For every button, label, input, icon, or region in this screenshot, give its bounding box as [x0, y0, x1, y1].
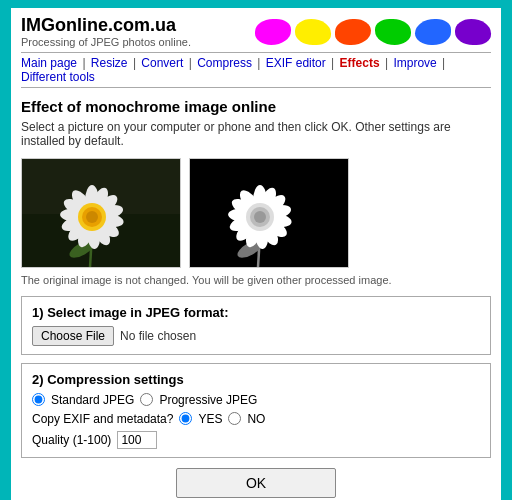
logo-area: IMGonline.com.ua Processing of JPEG phot…: [21, 16, 191, 48]
nav-improve[interactable]: Improve: [393, 56, 436, 70]
progressive-jpeg-radio[interactable]: [140, 393, 153, 406]
nav-sep-5: |: [331, 56, 334, 70]
file-row: Choose File No file chosen: [32, 326, 480, 346]
standard-jpeg-label: Standard JPEG: [51, 393, 134, 407]
svg-point-20: [86, 211, 98, 223]
logo-title: IMGonline.com.ua: [21, 16, 191, 36]
exif-copy-row: Copy EXIF and metadata? YES NO: [32, 412, 480, 426]
copy-exif-label: Copy EXIF and metadata?: [32, 412, 173, 426]
progressive-jpeg-label: Progressive JPEG: [159, 393, 257, 407]
mono-flower-svg: [190, 159, 349, 268]
section1-title: 1) Select image in JPEG format:: [32, 305, 480, 320]
svg-point-40: [254, 211, 266, 223]
blob-purple: [455, 19, 491, 45]
nav-compress[interactable]: Compress: [197, 56, 252, 70]
yes-label: YES: [198, 412, 222, 426]
description-text: Select a picture on your computer or pho…: [21, 120, 491, 148]
section-select-image: 1) Select image in JPEG format: Choose F…: [21, 296, 491, 355]
blob-yellow: [295, 19, 331, 45]
section2-title: 2) Compression settings: [32, 372, 480, 387]
ok-section: OK: [21, 468, 491, 498]
nav-bar: Main page | Resize | Convert | Compress …: [21, 52, 491, 88]
nav-different-tools[interactable]: Different tools: [21, 70, 95, 84]
image-caption: The original image is not changed. You w…: [21, 274, 491, 286]
nav-exif-editor[interactable]: EXIF editor: [266, 56, 326, 70]
blob-blue: [415, 19, 451, 45]
blob-magenta: [255, 19, 291, 45]
nav-sep-7: |: [442, 56, 445, 70]
yes-radio[interactable]: [179, 412, 192, 425]
original-flower-svg: [22, 159, 181, 268]
main-container: IMGonline.com.ua Processing of JPEG phot…: [11, 8, 501, 500]
nav-sep-2: |: [133, 56, 136, 70]
section-compression: 2) Compression settings Standard JPEG Pr…: [21, 363, 491, 458]
color-blobs-row: [255, 19, 491, 45]
mono-image-preview: [189, 158, 349, 268]
nav-sep-4: |: [257, 56, 260, 70]
nav-convert[interactable]: Convert: [141, 56, 183, 70]
no-file-label: No file chosen: [120, 329, 196, 343]
nav-resize[interactable]: Resize: [91, 56, 128, 70]
jpeg-type-row: Standard JPEG Progressive JPEG: [32, 393, 480, 407]
nav-sep-1: |: [82, 56, 85, 70]
blob-orange: [335, 19, 371, 45]
quality-input[interactable]: [117, 431, 157, 449]
quality-row: Quality (1-100): [32, 431, 480, 449]
blob-green: [375, 19, 411, 45]
original-image-preview: [21, 158, 181, 268]
header: IMGonline.com.ua Processing of JPEG phot…: [21, 16, 491, 48]
choose-file-button[interactable]: Choose File: [32, 326, 114, 346]
image-preview-row: [21, 158, 491, 268]
nav-main-page[interactable]: Main page: [21, 56, 77, 70]
page-title: Effect of monochrome image online: [21, 98, 491, 115]
no-radio[interactable]: [228, 412, 241, 425]
ok-button[interactable]: OK: [176, 468, 336, 498]
nav-sep-3: |: [189, 56, 192, 70]
nav-sep-6: |: [385, 56, 388, 70]
nav-effects[interactable]: Effects: [340, 56, 380, 70]
quality-label: Quality (1-100): [32, 433, 111, 447]
no-label: NO: [247, 412, 265, 426]
logo-subtitle: Processing of JPEG photos online.: [21, 36, 191, 48]
standard-jpeg-radio[interactable]: [32, 393, 45, 406]
